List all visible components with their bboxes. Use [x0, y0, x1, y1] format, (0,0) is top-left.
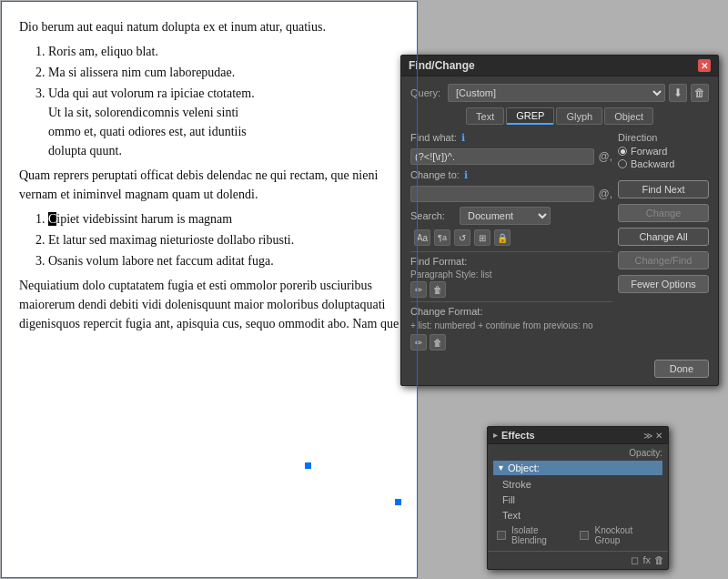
- done-button[interactable]: Done: [654, 360, 709, 378]
- change-to-input[interactable]: [410, 186, 594, 202]
- list-item: Cipiet videbissint harum is magnam: [48, 209, 399, 229]
- search-label: Search:: [410, 210, 456, 221]
- list-item: Ma si alissera nim cum laborepudae.: [48, 63, 399, 82]
- find-format-section: Find Format: Paragraph Style: list ✏ 🗑: [410, 256, 612, 298]
- direction-title: Direction: [618, 132, 709, 143]
- cursor: C: [48, 212, 56, 226]
- change-format-edit-icon[interactable]: ✏: [410, 334, 427, 350]
- backward-label: Backward: [631, 158, 674, 169]
- panel-icons: ≫ ✕: [643, 431, 662, 441]
- find-next-button[interactable]: Find Next: [618, 180, 709, 198]
- find-change-dialog: Find/Change ✕ Query: [Custom] ⬇ 🗑 Text G…: [400, 55, 719, 386]
- panel-double-arrow-icon[interactable]: ≫: [643, 431, 652, 441]
- panel-menu-icon[interactable]: ✕: [655, 431, 662, 441]
- forward-label: Forward: [631, 146, 667, 157]
- change-format-section: Change Format: + list: numbered + contin…: [410, 306, 612, 350]
- dialog-title: Find/Change: [409, 59, 475, 72]
- effects-title: ▸ Effects: [493, 430, 535, 441]
- done-row: Done: [410, 360, 709, 378]
- radio-forward[interactable]: Forward: [618, 146, 709, 157]
- text-label: Text: [502, 510, 521, 521]
- find-what-input-row: @,: [410, 148, 612, 165]
- change-format-value: + list: numbered + continue from previou…: [410, 320, 612, 331]
- case-sensitive-icon[interactable]: Aa: [414, 229, 430, 246]
- change-format-label: Change Format:: [410, 306, 612, 317]
- doc-para-3: Nequiatium dolo cuptatatem fugia et esti…: [19, 276, 399, 333]
- list-item: Osanis volum labore net faccum aditat fu…: [48, 251, 399, 270]
- change-to-label: Change to: ℹ: [410, 169, 474, 181]
- search-backward-icon[interactable]: ↺: [454, 229, 470, 246]
- effects-titlebar: ▸ Effects ≫ ✕: [488, 427, 668, 444]
- change-all-button[interactable]: Change All: [618, 228, 709, 246]
- find-what-label: Find what: ℹ: [410, 132, 474, 144]
- query-row: Query: [Custom] ⬇ 🗑: [410, 84, 709, 102]
- query-delete-icon[interactable]: 🗑: [691, 84, 709, 102]
- wrap-icon[interactable]: ⊞: [474, 229, 490, 246]
- change-find-button[interactable]: Change/Find: [618, 251, 709, 269]
- find-what-row: Find what: ℹ: [410, 132, 612, 144]
- find-format-delete-icon[interactable]: 🗑: [430, 281, 446, 298]
- find-format-actions: ✏ 🗑: [410, 281, 612, 298]
- knockout-group-checkbox[interactable]: [580, 531, 589, 540]
- whole-word-icon[interactable]: ¶a: [434, 229, 450, 246]
- doc-para-1: Dio berum aut eaqui natum dolupta ex et …: [19, 17, 399, 36]
- effects-footer-icon-2[interactable]: fx: [642, 554, 651, 566]
- fill-label: Fill: [502, 494, 515, 505]
- dialog-close-button[interactable]: ✕: [698, 59, 711, 72]
- isolate-blending-checkbox[interactable]: [497, 531, 506, 540]
- search-row: Search: Document: [410, 207, 612, 225]
- radio-forward-dot: [618, 147, 627, 156]
- change-to-input-row: @,: [410, 186, 612, 202]
- change-at-symbol: @,: [598, 188, 612, 200]
- dialog-body: Query: [Custom] ⬇ 🗑 Text GREP Glyph Obje…: [401, 76, 718, 385]
- checkbox-row: Isolate Blending Knockout Group: [493, 523, 662, 547]
- effects-footer: ◻ fx 🗑: [488, 551, 668, 569]
- effects-footer-icon-1[interactable]: ◻: [631, 554, 639, 566]
- left-section: Find what: ℹ @, Change to: ℹ: [410, 132, 612, 354]
- effects-footer-trash-icon[interactable]: 🗑: [654, 554, 664, 566]
- tab-glyph[interactable]: Glyph: [556, 107, 602, 125]
- query-save-icon[interactable]: ⬇: [669, 84, 687, 102]
- opacity-row: Opacity:: [493, 448, 662, 458]
- tab-text[interactable]: Text: [466, 107, 504, 125]
- separator-2: [410, 301, 612, 302]
- objects-row[interactable]: ▼ Object:: [493, 461, 662, 475]
- list-item: Roris am, eliquo blat.: [48, 42, 399, 61]
- search-options-icons: Aa ¶a ↺ ⊞ 🔒: [410, 229, 612, 246]
- doc-list-1: Roris am, eliquo blat. Ma si alissera ni…: [48, 42, 399, 160]
- tab-object[interactable]: Object: [604, 107, 653, 125]
- radio-backward-dot: [618, 159, 627, 168]
- include-locked-icon[interactable]: 🔒: [494, 229, 511, 246]
- main-content: Find what: ℹ @, Change to: ℹ: [410, 132, 709, 354]
- knockout-group-label: Knockout Group: [594, 525, 659, 545]
- dialog-titlebar: Find/Change ✕: [401, 56, 718, 76]
- frame-handle[interactable]: [305, 462, 311, 469]
- tabs-row: Text GREP Glyph Object: [410, 107, 709, 125]
- query-label: Query:: [410, 87, 440, 98]
- effects-panel: ▸ Effects ≫ ✕ Opacity: ▼ Object: Stroke …: [487, 426, 669, 570]
- change-format-actions: ✏ 🗑: [410, 334, 612, 350]
- find-what-input[interactable]: [410, 148, 594, 165]
- query-select[interactable]: [Custom]: [448, 84, 665, 102]
- find-format-label: Find Format:: [410, 256, 612, 267]
- stroke-label: Stroke: [502, 479, 531, 490]
- right-section: Direction Forward Backward Find Next Cha…: [618, 132, 709, 354]
- object-arrow-icon: ▼: [497, 463, 505, 472]
- fill-row: Fill: [493, 493, 662, 507]
- document-canvas: Dio berum aut eaqui natum dolupta ex et …: [0, 0, 419, 579]
- find-at-symbol: @,: [598, 150, 612, 163]
- radio-backward[interactable]: Backward: [618, 158, 709, 169]
- collapse-arrow-icon: ▸: [493, 431, 498, 440]
- tab-grep[interactable]: GREP: [506, 107, 554, 125]
- find-format-value: Paragraph Style: list: [410, 269, 612, 279]
- search-select[interactable]: Document: [460, 207, 551, 225]
- fewer-options-button[interactable]: Fewer Options: [618, 275, 709, 293]
- doc-list-2: Cipiet videbissint harum is magnam Et la…: [48, 209, 399, 270]
- direction-box: Direction Forward Backward: [618, 132, 709, 171]
- change-format-delete-icon[interactable]: 🗑: [430, 334, 446, 350]
- effects-body: Opacity: ▼ Object: Stroke Fill Text Isol…: [488, 444, 668, 551]
- isolate-blending-label: Isolate Blending: [511, 525, 574, 545]
- stroke-row: Stroke: [493, 477, 662, 492]
- find-format-edit-icon[interactable]: ✏: [410, 281, 427, 298]
- change-button[interactable]: Change: [618, 204, 709, 222]
